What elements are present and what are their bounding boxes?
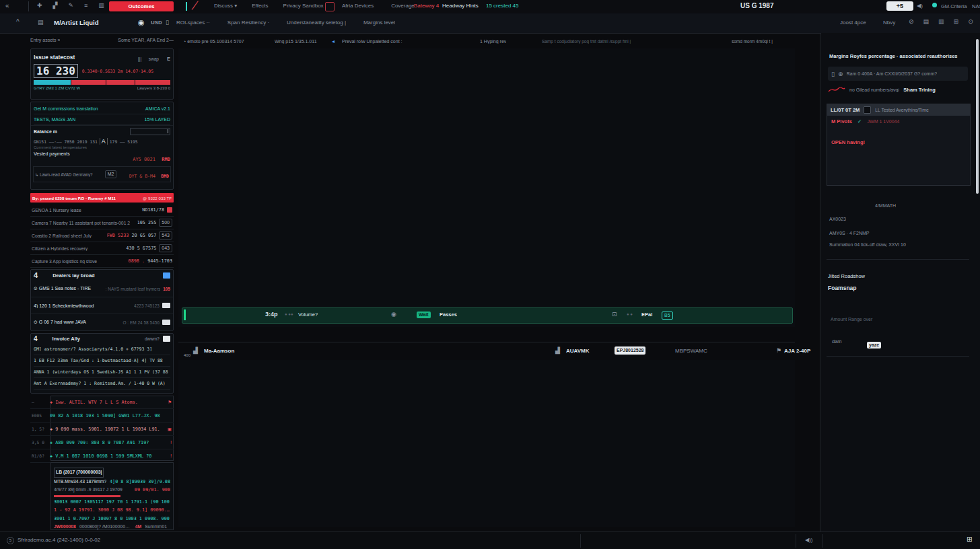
balance-input[interactable] bbox=[130, 128, 170, 135]
dealers-badge[interactable] bbox=[163, 272, 170, 279]
position-badge[interactable]: 543 bbox=[159, 231, 172, 240]
copy-icon[interactable]: ⊡ bbox=[612, 311, 617, 318]
swap-link[interactable]: swap bbox=[149, 57, 159, 61]
chart-toolbar-item-3[interactable]: 1 Hyping rev bbox=[480, 39, 506, 44]
dealer-chip[interactable] bbox=[162, 320, 170, 325]
invoice-row[interactable]: 1 EB F12 33mm Tax/Gnd : 1-bwstmastaad-A]… bbox=[34, 355, 170, 367]
grid-icon[interactable]: ⊞ bbox=[967, 536, 972, 543]
symbol-menu-item-1[interactable]: Span Resiliency · bbox=[228, 20, 269, 26]
candlestick-chart[interactable] bbox=[178, 48, 795, 327]
feed-row[interactable]: 1, 5?✚ 9 090 mass. 5901. 19072 1 L 19034… bbox=[30, 423, 174, 436]
chart-toolbar-item-1[interactable]: Wng p15 1/35.1.011 bbox=[275, 39, 317, 44]
menu2-item-1[interactable]: Coverage bbox=[391, 3, 415, 9]
position-row[interactable]: Citizen a Hybrides recovery430 5 6757504… bbox=[30, 242, 174, 255]
invoice-row[interactable]: ANNA 1 (winterdays OS 1 Swedish-JS A] 1 … bbox=[34, 367, 170, 378]
promo-text: Ram 0 400A · Am CXXII/0/2037 G? comm? bbox=[847, 71, 938, 76]
indicator-1-label[interactable]: Ma-Aamson bbox=[204, 348, 234, 354]
wave-icon[interactable]: ▥ bbox=[98, 2, 104, 9]
indicator-3-label[interactable]: MBPSWAMC bbox=[675, 348, 707, 354]
symbol-menu-item-2[interactable]: Understaneality seletog | bbox=[287, 20, 346, 26]
toolbar2-icon-2[interactable]: ▥ bbox=[938, 18, 944, 25]
promo-row[interactable]: ▯ ⊛ Ram 0 400A · Am CXXII/0/2037 G? comm… bbox=[828, 67, 968, 81]
balance-row[interactable]: TESTS, MAGS JAN15% LAYED bbox=[34, 114, 170, 125]
flag-blue-icon[interactable]: ◂ bbox=[332, 38, 335, 44]
indicator-badge[interactable]: EPJ8012528 bbox=[615, 346, 645, 355]
dealer-row[interactable]: 4) 120 1 Scheckmiewthwood4223 745123 bbox=[31, 297, 173, 314]
watchlist-header-left[interactable]: Entry assets » bbox=[30, 38, 60, 47]
feed-row[interactable]: E00509 82 A 1018 193 1 5090] GW01 L77.JX… bbox=[30, 409, 174, 423]
start-trading-label[interactable]: Sham Trining bbox=[903, 87, 936, 93]
position-badge[interactable]: 500 bbox=[159, 219, 172, 227]
back-icon[interactable]: « bbox=[5, 2, 9, 9]
signature-row[interactable]: no Gilead numbers/avg/ Sham Trining bbox=[828, 85, 968, 94]
phone-icon[interactable]: ▯ bbox=[166, 19, 169, 26]
account-label[interactable]: Joost 4pce bbox=[840, 20, 866, 26]
wait-chip[interactable]: Wait bbox=[417, 312, 431, 318]
account-value[interactable]: 16 230 bbox=[34, 64, 78, 78]
frame-red-icon[interactable] bbox=[325, 2, 335, 11]
pair-value-chip[interactable]: yaze bbox=[867, 337, 881, 349]
position-row[interactable]: GENOA 1 Nursery leaseNO181/78 bbox=[30, 204, 174, 217]
dealer-row[interactable]: ⊙ GMS 1 Sea notes - TIRE: NAYS mustard l… bbox=[31, 281, 173, 297]
menu-item-1[interactable]: Effects bbox=[252, 3, 268, 9]
menu-item-0[interactable]: Discuss ▾ bbox=[214, 3, 237, 9]
collapse-icon[interactable]: ^ bbox=[16, 18, 20, 26]
invoice-row[interactable]: Amt A Exernmadmmy? 1 : Remitsmd.Am. / 1-… bbox=[34, 378, 170, 390]
pen-red-icon[interactable]: ╱ bbox=[192, 1, 198, 11]
watchlist-header-right[interactable]: Some YEAR, AFA End 2— bbox=[118, 38, 174, 47]
toolbar2-icon-4[interactable]: ⊙ bbox=[968, 18, 973, 25]
pin-icon[interactable]: ✚ bbox=[37, 2, 42, 9]
signature-icon bbox=[828, 85, 845, 94]
invoice-row[interactable]: GM] astronomer/? Associaryts/4.1.0 + 67?… bbox=[34, 344, 170, 355]
alert-banner[interactable]: By: praxed 0258 tmum P.D - Rummy # M11 @… bbox=[30, 193, 174, 203]
price-axis[interactable] bbox=[796, 35, 818, 533]
divider bbox=[28, 1, 29, 11]
counter-badge[interactable]: +5 bbox=[886, 1, 913, 11]
primary-action-button[interactable]: Outcomes bbox=[109, 1, 174, 11]
feed-row[interactable]: 3,5 0✚ A80 099 709: 803 8 9 7087 A91 719… bbox=[30, 436, 174, 449]
target-icon[interactable]: ◉ bbox=[391, 311, 396, 318]
nodes-icon[interactable]: ▞ bbox=[53, 2, 58, 9]
top-menu-2: Afria DevicesCoverage bbox=[342, 3, 415, 9]
dealer-label: 4) 120 1 Scheckmiewthwood bbox=[34, 303, 131, 308]
pen-icon[interactable]: ✎ bbox=[68, 2, 73, 9]
align-icon[interactable]: ≡ bbox=[84, 2, 88, 9]
invoice-title: Invoice Ally bbox=[53, 336, 80, 342]
mode-label[interactable]: Nbvy bbox=[883, 20, 895, 26]
toolbar2-icon-3[interactable]: ⊞ bbox=[954, 18, 959, 25]
volume-indicator-chart[interactable] bbox=[178, 360, 795, 527]
clock-icon: 5 bbox=[7, 537, 14, 544]
speaker-icon[interactable]: ◀) bbox=[917, 3, 923, 9]
grid-icon[interactable]: ▤ bbox=[38, 19, 44, 26]
feed-flag-icon: ! bbox=[170, 440, 172, 445]
position-row[interactable]: Coastto 2 Railroad sheet JulyFWD 523320 … bbox=[30, 229, 174, 242]
invoice-badge[interactable] bbox=[163, 336, 170, 342]
speaker-icon[interactable]: ◀)) bbox=[805, 537, 812, 543]
dealer-chip[interactable] bbox=[162, 303, 170, 308]
check-icon: ✓ bbox=[858, 118, 862, 124]
symbol-menu-item-0[interactable]: ROI-spaces ·· bbox=[176, 20, 210, 26]
position-badge[interactable]: 043 bbox=[159, 244, 172, 252]
symbol-menu-item-3[interactable]: Margins level bbox=[363, 20, 395, 26]
balance-row[interactable]: Get M commissions translationAMICA v2.1 bbox=[34, 104, 170, 114]
toolbar2-icon-0[interactable]: ⊘ bbox=[909, 18, 914, 25]
position-row[interactable]: Camera 7 Nearby 11 assistant pot tenants… bbox=[30, 217, 174, 229]
pivots-label[interactable]: M Pivots bbox=[831, 118, 852, 124]
menu-item-2[interactable]: Privacy Sandbox bbox=[283, 3, 324, 9]
feed-row[interactable]: —✚ Iww. ALTIL. WTV 7 L L S Atoms.⚑ bbox=[30, 396, 174, 409]
bars-icon[interactable]: ||| bbox=[138, 57, 141, 61]
expander[interactable]: E bbox=[167, 57, 170, 61]
dealer-row[interactable]: ⊙ G 06 7 had www JAVAO : EM 24 58 5456 bbox=[31, 314, 173, 331]
toolbar2-icon-1[interactable]: ▤ bbox=[923, 18, 930, 25]
vested-label: Vested payments bbox=[34, 151, 70, 163]
scrollbar[interactable] bbox=[976, 39, 979, 194]
position-row[interactable]: Capture 3 App logistics ng stove0898 .94… bbox=[30, 255, 174, 268]
menu2-item-0[interactable]: Afria Devices bbox=[342, 3, 374, 9]
toggle[interactable] bbox=[864, 106, 871, 114]
avad-label[interactable]: ↳ Lawn-read AVAD Germany? bbox=[35, 172, 93, 177]
indicator-2-label[interactable]: AUAVMK bbox=[566, 348, 590, 354]
b5-chip[interactable]: B5 bbox=[662, 312, 673, 320]
symbol-name[interactable]: M/Artist Liquid bbox=[54, 19, 99, 26]
chart-toolbar-item-2[interactable]: Preval rolw Unpaletted cont : bbox=[342, 39, 403, 44]
feed-row[interactable]: R1/8?✚ V.M 1 087 1010 0698 1 599 SMLXML … bbox=[30, 449, 174, 463]
